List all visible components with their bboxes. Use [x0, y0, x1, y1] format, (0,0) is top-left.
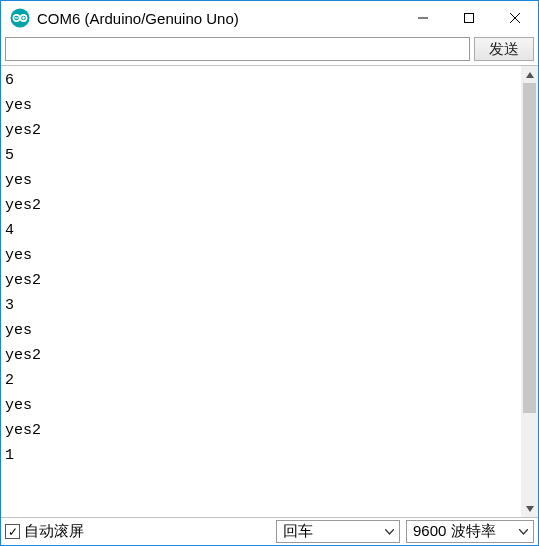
close-icon — [510, 13, 520, 23]
serial-output[interactable]: 6 yes yes2 5 yes yes2 4 yes yes2 3 yes y… — [1, 66, 521, 517]
svg-marker-10 — [526, 72, 534, 78]
scroll-thumb[interactable] — [523, 83, 536, 413]
maximize-icon — [464, 13, 474, 23]
baud-rate-select[interactable]: 9600 波特率 — [406, 520, 534, 543]
svg-rect-7 — [465, 14, 474, 23]
chevron-up-icon — [526, 72, 534, 78]
minimize-button[interactable] — [400, 1, 446, 35]
chevron-down-icon — [526, 506, 534, 512]
line-ending-value: 回车 — [283, 522, 373, 541]
output-area: 6 yes yes2 5 yes yes2 4 yes yes2 3 yes y… — [1, 65, 538, 518]
window-frame: COM6 (Arduino/Genuino Uno) 发送 6 yes yes2… — [0, 0, 539, 546]
send-row: 发送 — [1, 35, 538, 65]
minimize-icon — [418, 13, 428, 23]
bottom-bar: ✓ 自动滚屏 回车 9600 波特率 — [1, 518, 538, 545]
title-bar[interactable]: COM6 (Arduino/Genuino Uno) — [1, 1, 538, 35]
checkbox-box: ✓ — [5, 524, 20, 539]
autoscroll-checkbox[interactable]: ✓ 自动滚屏 — [5, 520, 270, 543]
svg-marker-11 — [526, 506, 534, 512]
send-button[interactable]: 发送 — [474, 37, 534, 61]
scroll-up-arrow[interactable] — [521, 66, 538, 83]
chevron-down-icon — [381, 529, 397, 535]
serial-input[interactable] — [5, 37, 470, 61]
close-button[interactable] — [492, 1, 538, 35]
scroll-down-arrow[interactable] — [521, 500, 538, 517]
baud-rate-value: 9600 波特率 — [413, 522, 507, 541]
autoscroll-label: 自动滚屏 — [24, 522, 84, 541]
chevron-down-icon — [515, 529, 531, 535]
maximize-button[interactable] — [446, 1, 492, 35]
window-title: COM6 (Arduino/Genuino Uno) — [37, 10, 400, 27]
line-ending-select[interactable]: 回车 — [276, 520, 400, 543]
vertical-scrollbar[interactable] — [521, 66, 538, 517]
arduino-icon — [9, 7, 31, 29]
